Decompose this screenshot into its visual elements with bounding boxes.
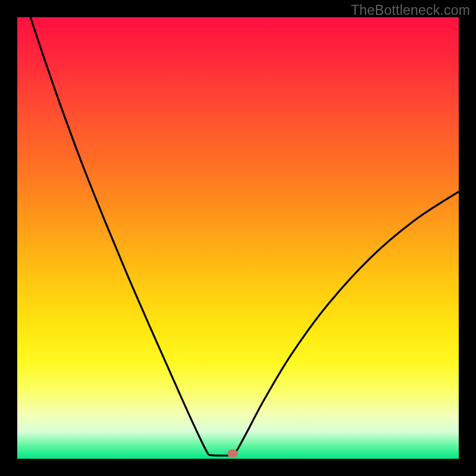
watermark-text: TheBottleneck.com <box>351 2 470 18</box>
chart-frame: TheBottleneck.com <box>0 0 476 476</box>
plot-area <box>17 17 459 459</box>
bottleneck-curve <box>17 17 459 459</box>
optimum-marker <box>227 450 238 458</box>
